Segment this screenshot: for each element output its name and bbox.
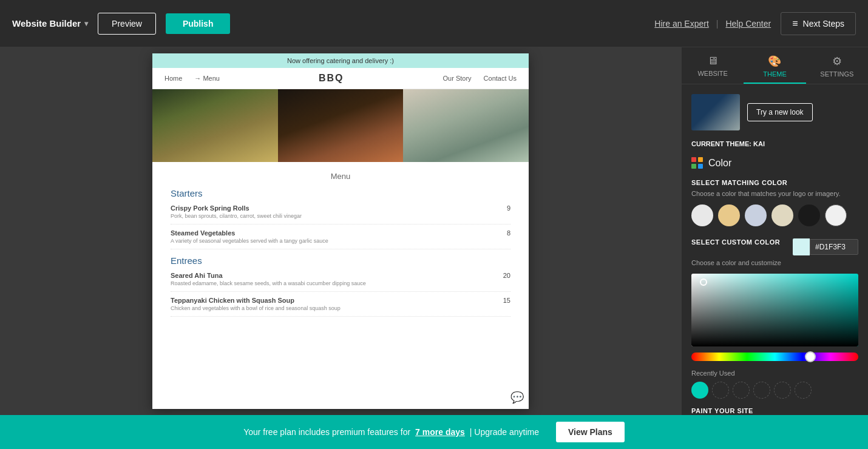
color-picker-area[interactable] — [691, 274, 858, 346]
help-center-link[interactable]: Help Center — [725, 19, 771, 29]
item-name: Crispy Pork Spring Rolls — [171, 204, 302, 212]
brand-name: Website Builder — [12, 18, 81, 29]
item-name: Teppanyaki Chicken with Squash Soup — [171, 297, 341, 304]
hire-expert-link[interactable]: Hire an Expert — [654, 19, 708, 29]
item-name: Steamed Vegetables — [171, 229, 328, 237]
swatch-6[interactable] — [825, 204, 847, 226]
custom-color-desc: Choose a color and customize — [691, 259, 858, 266]
recent-swatch-1[interactable] — [691, 382, 708, 399]
next-steps-icon: ≡ — [792, 18, 798, 29]
item-name: Seared Ahi Tuna — [171, 272, 366, 279]
theme-icon: 🎨 — [768, 55, 781, 68]
custom-color-input[interactable] — [793, 238, 858, 255]
website-preview[interactable]: Now offering catering and delivery :) Ho… — [152, 53, 529, 409]
hero-img-1 — [152, 89, 278, 162]
tab-settings-label: SETTINGS — [820, 70, 853, 78]
item-desc: Chicken and vegetables with a bowl of ri… — [171, 305, 341, 311]
paint-section-title: PAINT YOUR SITE — [691, 407, 858, 414]
custom-color-hex-input[interactable] — [810, 239, 858, 255]
current-theme-label: CURRENT THEME: — [691, 140, 751, 147]
item-price: 15 — [503, 297, 510, 311]
bottom-bar-text: Your free plan includes premium features… — [243, 427, 410, 437]
item-desc: A variety of seasonal vegetables served … — [171, 238, 328, 244]
color-swatches — [691, 204, 858, 226]
recently-used-label: Recently Used — [691, 370, 858, 377]
custom-color-preview — [793, 238, 810, 255]
current-theme-name: KAI — [753, 140, 765, 147]
right-panel: 🖥 WEBSITE 🎨 THEME ⚙ SETTINGS Try a new l… — [681, 47, 868, 415]
main-layout: Now offering catering and delivery :) Ho… — [0, 47, 868, 415]
picker-handle[interactable] — [700, 279, 707, 286]
brand-chevron-icon: ▾ — [84, 19, 88, 28]
tab-theme[interactable]: 🎨 THEME — [744, 47, 805, 84]
nav-contact[interactable]: Contact Us — [484, 75, 517, 82]
hero-img-3 — [403, 89, 529, 162]
brand-logo[interactable]: Website Builder ▾ — [12, 18, 88, 29]
recently-used-swatches — [691, 382, 858, 399]
tab-website[interactable]: 🖥 WEBSITE — [682, 47, 744, 84]
menu-item-chicken: Teppanyaki Chicken with Squash Soup Chic… — [171, 297, 510, 317]
color-grid-icon — [691, 157, 704, 169]
recent-swatch-2 — [712, 382, 729, 399]
swatch-1[interactable] — [691, 204, 713, 226]
nav-our-story[interactable]: Our Story — [443, 75, 472, 82]
item-price: 9 — [507, 204, 510, 219]
try-new-look-button[interactable]: Try a new look — [747, 103, 813, 121]
preview-button[interactable]: Preview — [98, 13, 156, 35]
publish-button[interactable]: Publish — [166, 13, 231, 34]
site-nav-right: Our Story Contact Us — [443, 75, 517, 82]
item-price: 20 — [503, 272, 510, 286]
panel-tabs: 🖥 WEBSITE 🎨 THEME ⚙ SETTINGS — [682, 47, 868, 84]
nav-menu[interactable]: → Menu — [194, 75, 220, 82]
tab-website-label: WEBSITE — [697, 70, 728, 77]
nav-home[interactable]: Home — [164, 75, 182, 82]
upgrade-link[interactable]: 7 more days — [415, 427, 465, 437]
site-hero — [152, 89, 529, 162]
site-banner: Now offering catering and delivery :) — [152, 53, 529, 68]
view-plans-button[interactable]: View Plans — [556, 422, 625, 442]
menu-item-vegetables: Steamed Vegetables A variety of seasonal… — [171, 229, 510, 249]
item-price: 8 — [507, 229, 510, 244]
theme-panel-content: Try a new look CURRENT THEME: KAI Color … — [682, 84, 868, 415]
menu-item-tuna: Seared Ahi Tuna Roasted edamame, black s… — [171, 272, 510, 292]
item-desc: Roasted edamame, black sesame seeds, wit… — [171, 280, 366, 286]
next-steps-button[interactable]: ≡ Next Steps — [781, 12, 856, 35]
custom-color-row: SELECT CUSTOM COLOR — [691, 238, 858, 255]
swatch-5[interactable] — [798, 204, 820, 226]
recent-swatch-4 — [753, 382, 770, 399]
site-nav-center: BBQ — [220, 73, 443, 84]
menu-title: Menu — [171, 172, 510, 181]
recent-swatch-3 — [733, 382, 750, 399]
bottom-bar: Your free plan includes premium features… — [0, 415, 868, 449]
matching-color-desc: Choose a color that matches your logo or… — [691, 190, 858, 197]
next-steps-label: Next Steps — [803, 19, 844, 29]
item-desc: Pork, bean sprouts, cilantro, carrot, sw… — [171, 213, 302, 219]
color-section-label: Color — [708, 158, 731, 169]
pipe-divider: | — [716, 19, 719, 29]
after-link-text: | Upgrade anytime — [470, 427, 539, 437]
entrees-title: Entrees — [171, 255, 510, 266]
settings-icon: ⚙ — [832, 55, 842, 68]
hue-handle[interactable] — [805, 351, 816, 362]
tab-theme-label: THEME — [763, 70, 787, 78]
swatch-4[interactable] — [771, 204, 793, 226]
swatch-2[interactable] — [718, 204, 740, 226]
hue-slider[interactable] — [691, 353, 858, 361]
recent-swatch-6 — [795, 382, 812, 399]
site-nav: Home → Menu BBQ Our Story Contact Us — [152, 68, 529, 89]
menu-item-spring-rolls: Crispy Pork Spring Rolls Pork, bean spro… — [171, 204, 510, 224]
color-section-header: Color — [691, 157, 858, 169]
matching-color-title: SELECT MATCHING COLOR — [691, 179, 858, 186]
tab-settings[interactable]: ⚙ SETTINGS — [806, 47, 868, 84]
starters-title: Starters — [171, 188, 510, 198]
chat-icon[interactable]: 💬 — [510, 391, 524, 404]
canvas-area: Now offering catering and delivery :) Ho… — [0, 47, 681, 415]
swatch-3[interactable] — [745, 204, 767, 226]
color-picker-gradient — [691, 274, 858, 346]
recent-swatch-5 — [774, 382, 791, 399]
top-bar: Website Builder ▾ Preview Publish Hire a… — [0, 0, 868, 47]
look-section: Try a new look — [691, 94, 858, 130]
current-theme-info: CURRENT THEME: KAI — [691, 140, 858, 147]
hero-img-2 — [278, 89, 404, 162]
top-links: Hire an Expert | Help Center — [654, 19, 771, 29]
